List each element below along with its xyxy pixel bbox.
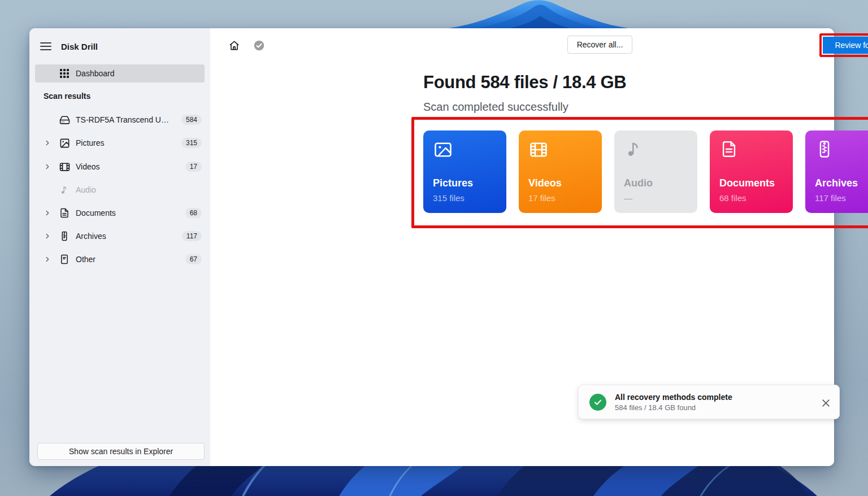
chevron-right-icon[interactable] — [44, 162, 53, 171]
film-icon — [528, 140, 549, 160]
card-count: 17 files — [528, 193, 555, 203]
page-title: Found 584 files / 18.4 GB — [423, 72, 626, 93]
toast-title: All recovery methods complete — [615, 393, 732, 402]
card-count: 68 files — [719, 193, 747, 203]
card-count: — — [624, 193, 632, 203]
count-badge: 68 — [185, 208, 202, 218]
sidebar-item-other[interactable]: Other 67 — [29, 251, 210, 268]
sidebar-item-dashboard[interactable]: Dashboard — [35, 64, 205, 82]
sidebar: Disk Drill Dashboard Scan results TS-RDF… — [29, 28, 210, 466]
chevron-right-icon[interactable] — [44, 208, 53, 217]
review-found-items-button[interactable]: Review found items — [823, 37, 868, 54]
session-check-icon[interactable] — [251, 38, 266, 53]
scan-results-heading: Scan results — [44, 92, 90, 101]
file-other-icon — [59, 254, 70, 265]
sidebar-item-label: Dashboard — [76, 69, 115, 78]
card-documents[interactable]: Documents 68 files — [710, 130, 793, 213]
hard-drive-icon — [59, 114, 70, 125]
cards-annotation-box: Pictures 315 files Videos 17 files Audio… — [411, 117, 868, 228]
drive-label: TS-RDF5A Transcend US... — [76, 115, 172, 124]
check-circle-icon — [589, 394, 606, 411]
sidebar-item-label: Pictures — [76, 138, 105, 147]
card-title: Documents — [719, 177, 775, 189]
review-button-annotation-box: Review found items — [819, 33, 868, 57]
toast-notification: All recovery methods complete 584 files … — [578, 385, 840, 419]
hamburger-menu-icon[interactable] — [38, 39, 53, 54]
sidebar-header: Disk Drill — [29, 36, 210, 56]
sidebar-item-videos[interactable]: Videos 17 — [29, 158, 210, 175]
recover-all-button[interactable]: Recover all... — [567, 36, 632, 54]
card-count: 117 files — [815, 193, 846, 203]
sidebar-item-audio: Audio — [29, 181, 210, 198]
count-badge: 315 — [181, 138, 202, 148]
card-title: Pictures — [433, 177, 473, 189]
dashboard-grid-icon — [59, 68, 70, 79]
count-badge: 117 — [182, 231, 202, 241]
chevron-right-icon[interactable] — [44, 138, 53, 147]
show-scan-results-in-explorer-button[interactable]: Show scan results in Explorer — [37, 443, 205, 460]
sidebar-item-archives[interactable]: Archives 117 — [29, 228, 210, 245]
sidebar-item-label: Other — [76, 255, 96, 264]
sidebar-item-label: Audio — [76, 185, 96, 194]
close-icon[interactable] — [820, 397, 831, 408]
music-note-icon — [59, 184, 70, 195]
desktop-background: Disk Drill Dashboard Scan results TS-RDF… — [0, 0, 868, 496]
card-pictures[interactable]: Pictures 315 files — [423, 130, 506, 213]
sidebar-item-label: Archives — [76, 232, 106, 241]
sidebar-item-pictures[interactable]: Pictures 315 — [29, 134, 210, 151]
sidebar-item-documents[interactable]: Documents 68 — [29, 205, 210, 221]
toast-subtitle: 584 files / 18.4 GB found — [615, 403, 732, 412]
chevron-right-icon[interactable] — [44, 232, 53, 241]
page-subtitle: Scan completed successfully — [423, 101, 568, 114]
wallpaper-bloom-top — [440, 0, 637, 29]
card-audio: Audio — — [614, 130, 697, 213]
archive-zip-icon — [815, 140, 834, 159]
app-title: Disk Drill — [61, 42, 98, 51]
card-title: Audio — [624, 177, 653, 189]
drive-count-badge: 584 — [181, 115, 202, 125]
card-title: Archives — [815, 177, 858, 189]
pictures-icon — [433, 140, 453, 160]
sidebar-item-label: Videos — [76, 162, 100, 171]
card-videos[interactable]: Videos 17 files — [519, 130, 602, 213]
pictures-icon — [59, 137, 70, 149]
count-badge: 67 — [185, 254, 202, 264]
count-badge: 17 — [185, 162, 202, 172]
archive-zip-icon — [59, 230, 70, 242]
music-note-icon — [624, 140, 643, 159]
document-icon — [59, 207, 70, 219]
sidebar-item-label: Documents — [76, 208, 116, 217]
card-count: 315 files — [433, 193, 465, 203]
card-archives[interactable]: Archives 117 files — [805, 130, 868, 213]
chevron-right-icon[interactable] — [44, 255, 53, 264]
sidebar-item-drive[interactable]: TS-RDF5A Transcend US... 584 — [29, 111, 210, 128]
main-content: Recover all... Review found items Found … — [210, 28, 834, 466]
home-icon[interactable] — [227, 38, 241, 53]
card-title: Videos — [528, 177, 562, 189]
film-icon — [59, 161, 70, 172]
document-icon — [719, 140, 739, 159]
disk-drill-window: Disk Drill Dashboard Scan results TS-RDF… — [29, 28, 834, 466]
